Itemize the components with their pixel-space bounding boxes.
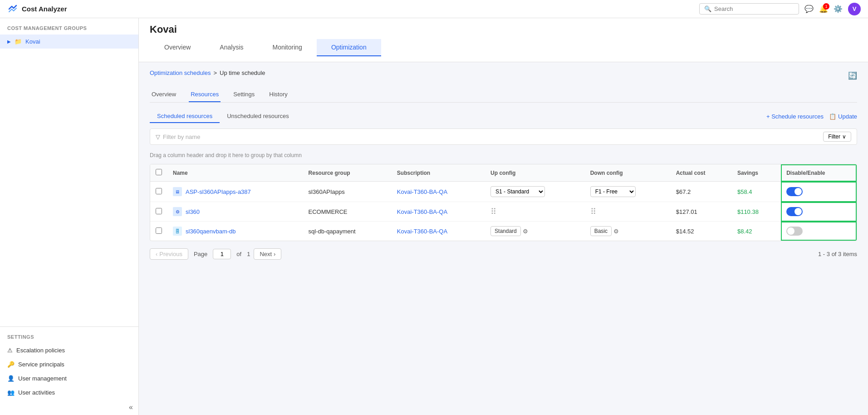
tab-analysis[interactable]: Analysis [205, 39, 258, 56]
subscription-1: Kovai-T360-BA-QA [392, 202, 485, 222]
update-btn[interactable]: 📋 Update [829, 113, 857, 120]
up-config-cell-0: S1 - Standard [485, 182, 585, 202]
search-input[interactable] [714, 5, 782, 12]
row-checkbox-1[interactable] [156, 208, 162, 214]
col-header-subscription: Subscription [392, 164, 485, 182]
app-logo: Cost Analyzer [7, 4, 67, 15]
sidebar-item-user-activities[interactable]: 👥 User activities [0, 385, 138, 400]
resource-icon-0: 🖥 [173, 187, 182, 196]
col-header-name: Name [167, 164, 303, 182]
resource-name-text-0: ASP-sl360APIapps-a387 [186, 188, 251, 195]
user-avatar[interactable]: V [848, 3, 861, 15]
filter-input-area: ▽ Filter by name [156, 133, 823, 140]
page-title: Kovai [150, 24, 857, 35]
refresh-btn[interactable]: 🔄 [848, 71, 857, 80]
toggle-cell-0 [781, 182, 857, 202]
up-config-cell-2: Standard⚙ [485, 222, 585, 241]
toggle-0[interactable] [786, 187, 803, 196]
resource-name-1: ⚙ sl360 [173, 207, 298, 216]
previous-btn[interactable]: ‹ Previous [150, 248, 188, 260]
page-label: Page [194, 251, 207, 257]
resource-name-0: 🖥 ASP-sl360APIapps-a387 [173, 187, 298, 196]
toggle-cell-2 [781, 222, 857, 241]
resource-name-text-2: sl360qaenvbam-db [186, 228, 236, 235]
sidebar-user-management-label: User management [18, 375, 67, 382]
prev-arrow-icon: ‹ [156, 251, 157, 257]
sidebar-item-user-management[interactable]: 👤 User management [0, 371, 138, 385]
row-checkbox-2[interactable] [156, 227, 162, 234]
table-row: 🖥 ASP-sl360APIapps-a387 sl360APIapps Kov… [150, 182, 857, 202]
folder-icon: 📁 [15, 38, 22, 45]
drag-hint: Drag a column header and drop it here to… [150, 150, 857, 160]
sub-tab-resources[interactable]: Resources [189, 87, 221, 102]
page-input[interactable] [213, 249, 231, 259]
total-pages: 1 [247, 251, 250, 257]
resource-actions: + Schedule resources 📋 Update [766, 113, 857, 120]
sidebar-item-kovai[interactable]: ▶ 📁 Kovai [0, 35, 138, 49]
filter-btn[interactable]: Filter ∨ [823, 132, 851, 142]
settings-section-title: SETTINGS [0, 327, 138, 343]
sidebar-escalation-label: Escalation policies [16, 347, 65, 354]
down-config-loading-1: ⠿ [590, 207, 597, 216]
col-header-up-config: Up config [485, 164, 585, 182]
sub-tab-overview[interactable]: Overview [150, 87, 178, 102]
schedule-resources-btn[interactable]: + Schedule resources [766, 113, 824, 120]
select-all-checkbox[interactable] [156, 169, 162, 175]
resource-tabs: Scheduled resources Unscheduled resource… [150, 110, 296, 123]
cost-management-section-title: COST MANAGEMENT GROUPS [0, 18, 138, 35]
up-config-select-0[interactable]: S1 - Standard [490, 186, 545, 197]
search-icon: 🔍 [704, 5, 711, 12]
col-header-resource-group: Resource group [303, 164, 392, 182]
down-config-cell-1: ⠿ [585, 202, 671, 222]
update-icon: 📋 [829, 113, 836, 120]
down-config-gear-icon-2[interactable]: ⚙ [613, 228, 619, 235]
sidebar-item-service-principals[interactable]: 🔑 Service principals [0, 357, 138, 371]
toggle-1[interactable] [786, 207, 803, 216]
next-btn[interactable]: Next › [254, 248, 281, 260]
tab-scheduled-resources[interactable]: Scheduled resources [150, 110, 220, 123]
actual-cost-1: $127.01 [671, 202, 732, 222]
col-header-actual-cost: Actual cost [671, 164, 732, 182]
collapse-sidebar-btn[interactable]: « [0, 400, 138, 415]
alerts-btn[interactable]: 🔔 1 [819, 5, 828, 13]
down-config-select-0[interactable]: F1 - Free [590, 186, 636, 197]
breadcrumb-parent[interactable]: Optimization schedules [150, 69, 211, 76]
pagination-left: ‹ Previous Page of 1 Next › [150, 248, 281, 260]
sidebar-user-activities-label: User activities [18, 389, 55, 396]
subscription-2: Kovai-T360-BA-QA [392, 222, 485, 241]
user-management-icon: 👤 [7, 375, 15, 382]
tab-monitoring[interactable]: Monitoring [258, 39, 317, 56]
table-row: ⚙ sl360 ECOMMERCE Kovai-T360-BA-QA ⠿ ⠿ $… [150, 202, 857, 222]
notifications-btn[interactable]: 💬 [804, 5, 814, 13]
expand-icon: ▶ [7, 39, 11, 44]
down-config-cell-2: Basic⚙ [585, 222, 671, 241]
col-header-down-config: Down config [585, 164, 671, 182]
savings-1: $110.38 [732, 202, 781, 222]
row-checkbox-0[interactable] [156, 188, 162, 194]
tab-unscheduled-resources[interactable]: Unscheduled resources [220, 110, 296, 123]
actual-cost-2: $14.52 [671, 222, 732, 241]
col-header-disable-enable: Disable/Enable [781, 164, 857, 182]
escalation-icon: ⚠ [7, 347, 13, 354]
settings-btn[interactable]: ⚙️ [834, 5, 843, 13]
sub-tabs: Overview Resources Settings History [150, 87, 857, 103]
up-config-gear-icon-2[interactable]: ⚙ [523, 228, 528, 235]
sidebar-service-principals-label: Service principals [18, 361, 64, 368]
tab-overview[interactable]: Overview [150, 39, 205, 56]
items-info: 1 - 3 of 3 items [818, 251, 857, 257]
sub-tab-settings[interactable]: Settings [231, 87, 256, 102]
service-principals-icon: 🔑 [7, 361, 15, 368]
tab-optimization[interactable]: Optimization [317, 39, 381, 56]
filter-bar: ▽ Filter by name Filter ∨ [150, 128, 857, 145]
col-header-savings: Savings [732, 164, 781, 182]
toggle-2[interactable] [786, 227, 803, 236]
sub-tab-history[interactable]: History [267, 87, 289, 102]
resource-group-2: sql-db-qapayment [303, 222, 392, 241]
sidebar-item-escalation[interactable]: ⚠ Escalation policies [0, 343, 138, 357]
down-config-text-2: Basic⚙ [590, 226, 665, 236]
up-config-text-2: Standard⚙ [490, 226, 579, 236]
app-name: Cost Analyzer [22, 5, 67, 13]
search-box: 🔍 [699, 3, 799, 15]
resource-icon-1: ⚙ [173, 207, 182, 216]
pagination: ‹ Previous Page of 1 Next › 1 - 3 of 3 i… [150, 241, 857, 262]
